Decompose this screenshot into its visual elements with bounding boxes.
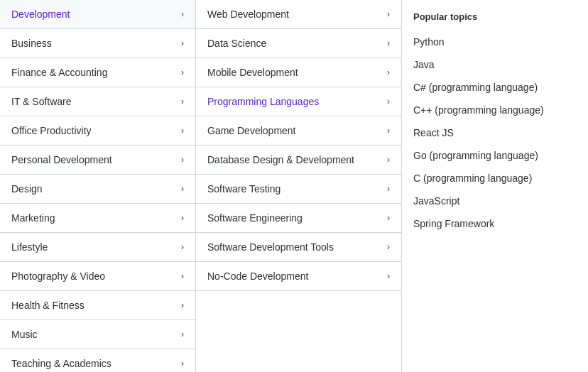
mid-menu-item-label-8: Software Development Tools xyxy=(207,241,334,253)
chevron-right-icon: › xyxy=(181,213,184,223)
chevron-right-icon: › xyxy=(181,9,184,19)
left-menu-item-label-5: Personal Development xyxy=(11,154,112,165)
chevron-right-icon: › xyxy=(181,97,184,106)
chevron-right-icon: › xyxy=(181,38,184,48)
chevron-right-icon: › xyxy=(181,242,184,252)
mid-menu-item-6[interactable]: Software Testing› xyxy=(196,175,401,204)
topic-item-8[interactable]: Spring Framework xyxy=(413,212,577,235)
left-menu-item-label-2: Finance & Accounting xyxy=(11,67,107,78)
left-menu-item-0[interactable]: Development› xyxy=(0,0,195,29)
chevron-right-icon: › xyxy=(181,184,184,194)
chevron-right-icon: › xyxy=(387,97,390,106)
right-panel: Popular topics PythonJavaC# (programming… xyxy=(402,0,588,372)
chevron-right-icon: › xyxy=(387,9,390,19)
left-menu-item-label-4: Office Productivity xyxy=(11,125,92,136)
left-menu-item-1[interactable]: Business› xyxy=(0,29,195,58)
chevron-right-icon: › xyxy=(387,213,390,223)
left-menu-item-label-1: Business xyxy=(11,38,52,49)
chevron-right-icon: › xyxy=(387,155,390,165)
mid-menu-item-0[interactable]: Web Development› xyxy=(196,0,401,29)
left-menu-item-label-6: Design xyxy=(11,183,43,195)
left-menu-item-label-11: Music xyxy=(11,329,38,340)
chevron-right-icon: › xyxy=(387,67,390,77)
mid-menu-item-label-2: Mobile Development xyxy=(207,67,298,78)
chevron-right-icon: › xyxy=(387,184,390,194)
topic-item-4[interactable]: React JS xyxy=(413,121,577,144)
chevron-right-icon: › xyxy=(181,126,184,136)
chevron-right-icon: › xyxy=(387,242,390,252)
left-menu-item-label-0: Development xyxy=(11,9,70,20)
left-menu-item-label-3: IT & Software xyxy=(11,96,72,107)
mid-menu-item-9[interactable]: No-Code Development› xyxy=(196,262,401,291)
left-menu-item-label-12: Teaching & Academics xyxy=(11,358,111,369)
chevron-right-icon: › xyxy=(181,67,184,77)
topic-item-5[interactable]: Go (programming language) xyxy=(413,144,577,167)
left-menu-item-9[interactable]: Photography & Video› xyxy=(0,262,195,291)
chevron-right-icon: › xyxy=(181,300,184,310)
mid-menu-item-label-7: Software Engineering xyxy=(207,212,303,224)
left-menu-item-label-7: Marketing xyxy=(11,212,55,224)
chevron-right-icon: › xyxy=(387,126,390,136)
topic-item-2[interactable]: C# (programming language) xyxy=(413,76,577,99)
mid-menu-item-1[interactable]: Data Science› xyxy=(196,29,401,58)
mid-menu-item-3[interactable]: Programming Languages› xyxy=(196,87,401,116)
left-menu-item-2[interactable]: Finance & Accounting› xyxy=(0,58,195,87)
topic-item-0[interactable]: Python xyxy=(413,31,577,53)
chevron-right-icon: › xyxy=(181,271,184,281)
left-menu-item-label-9: Photography & Video xyxy=(11,270,105,282)
left-menu-item-label-8: Lifestyle xyxy=(11,241,48,253)
chevron-right-icon: › xyxy=(181,155,184,165)
mid-menu-item-label-6: Software Testing xyxy=(207,183,281,195)
left-menu-item-12[interactable]: Teaching & Academics› xyxy=(0,349,195,372)
mid-menu-item-label-5: Database Design & Development xyxy=(207,154,354,165)
mid-menu-item-label-3: Programming Languages xyxy=(207,96,319,107)
chevron-right-icon: › xyxy=(181,329,184,339)
mid-menu-item-5[interactable]: Database Design & Development› xyxy=(196,146,401,175)
mid-menu-item-label-1: Data Science xyxy=(207,38,266,49)
chevron-right-icon: › xyxy=(387,38,390,48)
mid-menu-item-label-4: Game Development xyxy=(207,125,296,136)
mid-menu: Web Development›Data Science›Mobile Deve… xyxy=(196,0,402,372)
mid-menu-item-8[interactable]: Software Development Tools› xyxy=(196,233,401,262)
left-menu-item-10[interactable]: Health & Fitness› xyxy=(0,291,195,320)
left-menu-item-3[interactable]: IT & Software› xyxy=(0,87,195,116)
left-menu-item-8[interactable]: Lifestyle› xyxy=(0,233,195,262)
mid-menu-item-7[interactable]: Software Engineering› xyxy=(196,204,401,233)
mid-menu-item-label-9: No-Code Development xyxy=(207,270,308,282)
topic-item-3[interactable]: C++ (programming language) xyxy=(413,99,577,121)
popular-topics-title: Popular topics xyxy=(413,11,577,22)
chevron-right-icon: › xyxy=(181,359,184,368)
left-menu-item-6[interactable]: Design› xyxy=(0,175,195,204)
mid-menu-item-2[interactable]: Mobile Development› xyxy=(196,58,401,87)
left-menu: Development›Business›Finance & Accountin… xyxy=(0,0,196,372)
topic-item-6[interactable]: C (programming language) xyxy=(413,167,577,190)
topic-item-7[interactable]: JavaScript xyxy=(413,190,577,212)
left-menu-item-5[interactable]: Personal Development› xyxy=(0,146,195,175)
mid-menu-item-label-0: Web Development xyxy=(207,9,289,20)
left-menu-item-7[interactable]: Marketing› xyxy=(0,204,195,233)
left-menu-item-11[interactable]: Music› xyxy=(0,320,195,349)
left-menu-item-4[interactable]: Office Productivity› xyxy=(0,116,195,146)
mid-menu-item-4[interactable]: Game Development› xyxy=(196,116,401,146)
chevron-right-icon: › xyxy=(387,271,390,281)
left-menu-item-label-10: Health & Fitness xyxy=(11,300,85,311)
topic-item-1[interactable]: Java xyxy=(413,53,577,76)
